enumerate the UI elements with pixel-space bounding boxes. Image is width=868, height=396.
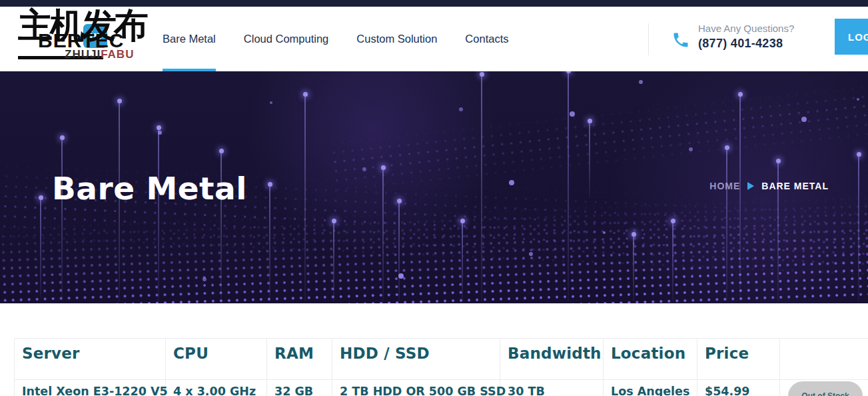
particle-line <box>726 148 727 301</box>
particle-line <box>269 185 270 301</box>
hero-scatter-dots <box>0 71 3 74</box>
plans-table-container: Server CPU RAM HDD / SSD Bandwidth Locat… <box>14 338 868 396</box>
particle-line <box>398 201 400 301</box>
column-header-action <box>780 339 868 380</box>
particle-line <box>672 221 673 301</box>
cell-bandwidth: 30 TB <box>500 380 604 396</box>
particle-line <box>40 198 41 298</box>
nav-item-custom-solution[interactable]: Custom Solution <box>356 7 437 71</box>
cell-price: $54.99 <box>697 380 780 396</box>
particle-line <box>589 121 590 198</box>
particle-line <box>304 95 306 301</box>
main-nav: Bare Metal Cloud Computing Custom Soluti… <box>163 7 508 71</box>
particle-line <box>462 221 463 301</box>
cell-server: Intel Xeon E3-1220 V5 <box>15 380 166 396</box>
particle-line <box>158 128 159 301</box>
contact-phone-number[interactable]: (877) 401-4238 <box>698 37 794 51</box>
breadcrumb-home-link[interactable]: HOME <box>709 181 740 191</box>
hero-dot-wave-front <box>0 193 868 303</box>
particle-line <box>858 155 859 301</box>
logo-chinese-text: 主机发布 <box>18 7 146 45</box>
stock-status-button[interactable]: Out of Stock <box>788 381 863 396</box>
logo-latin-text: ZHUJIFABU <box>65 48 134 61</box>
header-divider <box>648 23 649 55</box>
phone-icon <box>671 31 690 52</box>
cell-action: Out of Stock <box>780 380 868 396</box>
particle-line <box>481 75 482 301</box>
breadcrumb-arrow-icon <box>747 182 754 190</box>
breadcrumb-current: BARE METAL <box>761 181 829 191</box>
logo-latin-red: FABU <box>101 48 134 61</box>
site-header: in BERTEC 主机发布 ZHUJIFABU Bare Metal Clou… <box>0 7 868 71</box>
column-header-hdd-ssd: HDD / SSD <box>332 339 500 380</box>
particle-line <box>633 235 634 301</box>
particle-line <box>739 95 741 301</box>
contact-texts: Have Any Questions? (877) 401-4238 <box>698 23 794 51</box>
table-row: Intel Xeon E3-1220 V5 4 x 3.00 GHz 32 GB… <box>15 380 868 396</box>
breadcrumb: HOME BARE METAL <box>709 181 829 191</box>
nav-item-bare-metal[interactable]: Bare Metal <box>163 7 216 71</box>
page-title: Bare Metal <box>52 170 247 207</box>
contact-question: Have Any Questions? <box>698 23 794 34</box>
nav-item-contacts[interactable]: Contacts <box>465 7 508 71</box>
column-header-bandwidth: Bandwidth <box>500 339 604 380</box>
site-logo[interactable]: in BERTEC 主机发布 ZHUJIFABU <box>18 12 158 67</box>
contact-block: Have Any Questions? (877) 401-4238 <box>671 23 794 52</box>
hero-banner: Bare Metal HOME BARE METAL <box>0 71 868 303</box>
particle-line <box>568 71 569 301</box>
cell-location: Los Angeles <box>604 380 697 396</box>
cell-cpu: 4 x 3.00 GHz <box>166 380 267 396</box>
login-button[interactable]: LOGIN <box>835 19 868 55</box>
column-header-location: Location <box>604 339 697 380</box>
particle-line <box>333 221 334 301</box>
table-header-row: Server CPU RAM HDD / SSD Bandwidth Locat… <box>15 339 868 380</box>
logo-latin-dark: ZHUJI <box>65 48 101 61</box>
cell-ram: 32 GB <box>267 380 332 396</box>
nav-item-cloud-computing[interactable]: Cloud Computing <box>244 7 329 71</box>
plans-table: Server CPU RAM HDD / SSD Bandwidth Locat… <box>14 338 868 396</box>
column-header-server: Server <box>15 339 166 380</box>
cell-hdd-ssd: 2 TB HDD OR 500 GB SSD <box>332 380 500 396</box>
particle-line <box>61 138 63 298</box>
column-header-price: Price <box>697 339 780 380</box>
column-header-ram: RAM <box>267 339 332 380</box>
column-header-cpu: CPU <box>166 339 267 380</box>
particle-line <box>382 168 384 301</box>
